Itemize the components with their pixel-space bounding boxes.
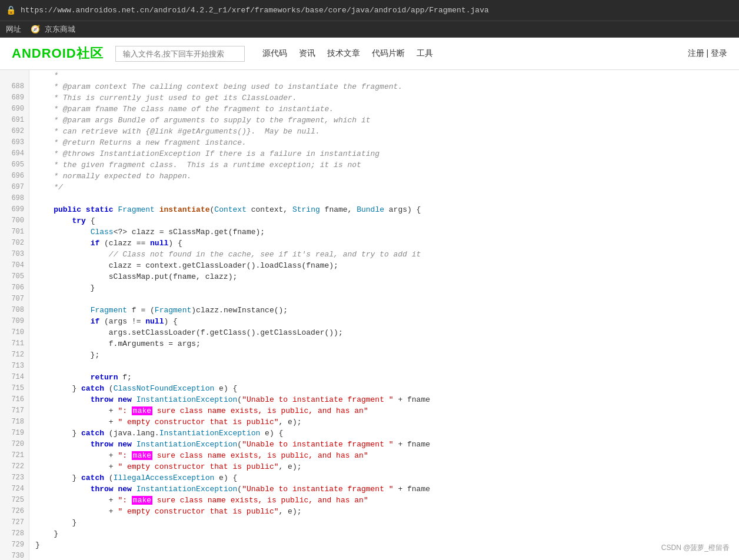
table-row: 693 * @return Returns a new fragment ins… — [0, 137, 739, 148]
table-row: 695 * the given fragment class. This is … — [0, 159, 739, 171]
table-row: 718 + " empty constructor that is public… — [0, 416, 739, 428]
table-row: 725 + ": make sure class name exists, is… — [0, 495, 739, 506]
table-row: 713 — [0, 361, 739, 372]
lock-icon: 🔒 — [6, 5, 16, 15]
search-input[interactable] — [115, 46, 245, 62]
nav-news[interactable]: 资讯 — [299, 48, 315, 59]
table-row: 729 } — [0, 539, 739, 551]
nav-source-code[interactable]: 源代码 — [262, 48, 287, 59]
table-row: 721 + ": make sure class name exists, is… — [0, 450, 739, 461]
bookmarks-bar: 网址 🧭 京东商城 — [0, 21, 739, 38]
table-row: 712 }; — [0, 349, 739, 361]
table-row: 709 if (args != null) { — [0, 316, 739, 327]
table-row: 703 // Class not found in the cache, see… — [0, 249, 739, 260]
table-row: 692 * can retrieve with {@link #getArgum… — [0, 126, 739, 137]
url-bar[interactable]: https://www.androidos.net.cn/android/4.2… — [21, 6, 489, 15]
table-row: 727 } — [0, 517, 739, 528]
bookmark-jd[interactable]: 🧭 京东商城 — [31, 24, 75, 35]
site-logo[interactable]: ANDROID社区 — [12, 45, 104, 62]
table-row: 700 try { — [0, 215, 739, 226]
table-row: 691 * @param args Bundle of arguments to… — [0, 115, 739, 126]
table-row: 726 + " empty constructor that is public… — [0, 506, 739, 517]
table-row: 701 Class<?> clazz = sClassMap.get(fname… — [0, 226, 739, 238]
table-row: 705 sClassMap.put(fname, clazz); — [0, 271, 739, 282]
table-row: * — [0, 70, 739, 81]
table-row: 723 } catch (IllegalAccessException e) { — [0, 472, 739, 484]
nav-articles[interactable]: 技术文章 — [327, 48, 360, 59]
table-row: 697 */ — [0, 182, 739, 193]
table-row: 698 — [0, 193, 739, 204]
table-row: 702 if (clazz == null) { — [0, 238, 739, 249]
table-row: 730 — [0, 551, 739, 560]
table-row: 710 args.setClassLoader(f.getClass().get… — [0, 327, 739, 338]
table-row: 715 } catch (ClassNotFoundException e) { — [0, 383, 739, 394]
table-row: 711 f.mArguments = args; — [0, 338, 739, 349]
auth-links[interactable]: 注册 | 登录 — [688, 48, 727, 59]
table-row: 724 throw new InstantiationException("Un… — [0, 484, 739, 495]
nav-tools[interactable]: 工具 — [417, 48, 433, 59]
watermark: CSDN @菠萝_橙留香 — [658, 542, 733, 554]
code-container: * 688 * @param context The calling conte… — [0, 70, 739, 560]
table-row: 694 * @throws InstantiationException If … — [0, 148, 739, 159]
table-row: 704 clazz = context.getClassLoader().loa… — [0, 260, 739, 271]
table-row: 689 * This is currently just used to get… — [0, 92, 739, 104]
table-row: 707 — [0, 294, 739, 305]
table-row: 706 } — [0, 282, 739, 294]
table-row: 728 } — [0, 528, 739, 539]
table-row: 688 * @param context The calling context… — [0, 81, 739, 92]
table-row: 719 } catch (java.lang.InstantiationExce… — [0, 428, 739, 439]
table-row: 696 * normally expected to happen. — [0, 171, 739, 182]
nav-snippets[interactable]: 代码片断 — [372, 48, 405, 59]
table-row: 708 Fragment f = (Fragment)clazz.newInst… — [0, 305, 739, 316]
table-row: 720 throw new InstantiationException("Un… — [0, 439, 739, 450]
nav-links: 源代码 资讯 技术文章 代码片断 工具 — [262, 48, 433, 59]
browser-bar: 🔒 https://www.androidos.net.cn/android/4… — [0, 0, 739, 21]
table-row: 717 + ": make sure class name exists, is… — [0, 405, 739, 416]
table-row: 714 return f; — [0, 372, 739, 383]
table-row: 716 throw new InstantiationException("Un… — [0, 394, 739, 405]
bookmark-address[interactable]: 网址 — [6, 24, 21, 35]
site-header: ANDROID社区 源代码 资讯 技术文章 代码片断 工具 注册 | 登录 — [0, 38, 739, 70]
table-row: 722 + " empty constructor that is public… — [0, 461, 739, 472]
table-row: 699 public static Fragment instantiate(C… — [0, 204, 739, 215]
table-row: 690 * @param fname The class name of the… — [0, 104, 739, 115]
